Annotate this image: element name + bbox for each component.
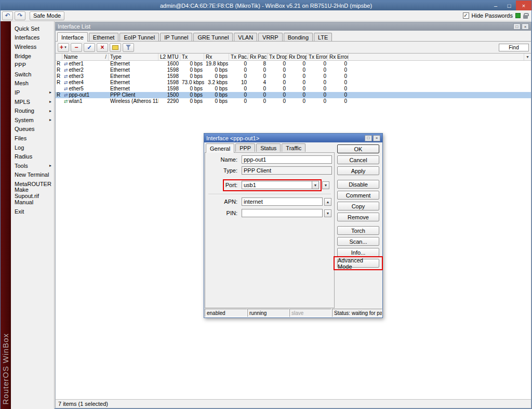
sidebar-item-ip[interactable]: IP▸ xyxy=(11,88,54,97)
tab-bonding[interactable]: Bonding xyxy=(284,33,313,41)
pin-down-button[interactable]: ▼ xyxy=(324,209,331,217)
copy-button[interactable]: Copy xyxy=(337,202,379,210)
port-select[interactable]: usb1 xyxy=(242,181,312,189)
dialog-maximize-button[interactable]: □ xyxy=(365,135,372,141)
remove-button[interactable]: Remove xyxy=(337,213,379,221)
info-button[interactable]: Info... xyxy=(337,248,379,257)
interface-dialog: Interface <ppp-out1> □ × General PPP Sta… xyxy=(204,133,383,318)
port-dropdown-button[interactable]: ▼ xyxy=(312,181,319,189)
safe-mode-button[interactable]: Safe Mode xyxy=(30,11,64,20)
column-header-name[interactable]: Name / xyxy=(62,54,109,60)
column-header-tx-errors[interactable]: Tx Errors xyxy=(307,54,328,60)
cell-type: Ethernet xyxy=(109,61,158,67)
sidebar-item-mesh[interactable]: Mesh xyxy=(11,79,54,88)
interface-name: ether1 xyxy=(69,61,84,67)
apn-up-button[interactable]: ▲ xyxy=(324,198,331,206)
routeros-winbox-brand: RouterOS WinBox xyxy=(1,333,10,405)
dialog-close-button[interactable]: × xyxy=(373,135,380,141)
cell-l2mtu: 1598 xyxy=(158,67,180,73)
disable-button[interactable]: × xyxy=(97,43,108,52)
comment-button[interactable]: Comment xyxy=(337,191,379,200)
tab-ethernet[interactable]: Ethernet xyxy=(89,33,119,41)
sidebar-item-radius[interactable]: Radius xyxy=(11,152,54,161)
apn-field[interactable]: internet xyxy=(242,197,323,206)
sidebar-item-files[interactable]: Files xyxy=(11,134,54,143)
hide-passwords-checkbox[interactable]: ✓ xyxy=(463,12,469,19)
column-header-tx[interactable]: Tx xyxy=(180,54,204,60)
sidebar-item-wireless[interactable]: Wireless xyxy=(11,42,54,51)
sidebar-item-quick-set[interactable]: Quick Set xyxy=(11,24,54,33)
cell-tx-drops: 0 xyxy=(268,86,287,92)
sidebar-item-switch[interactable]: Switch xyxy=(11,70,54,79)
torch-button[interactable]: Torch xyxy=(337,226,379,235)
table-row[interactable]: R ⇄ether1 Ethernet 1600 0 bps 19.8 kbps … xyxy=(56,61,531,67)
table-row[interactable]: ⇄ether5 Ethernet 1598 0 bps 0 bps 0 0 0 … xyxy=(56,86,531,92)
column-chooser-button[interactable]: ▼ xyxy=(524,54,531,60)
sidebar-item-log[interactable]: Log xyxy=(11,143,54,152)
sidebar-item-ppp[interactable]: PPP xyxy=(11,60,54,70)
sidebar-item-exit[interactable]: Exit xyxy=(11,207,54,216)
cell-rx: 0 bps xyxy=(204,98,229,104)
minimize-button[interactable]: – xyxy=(489,1,502,10)
tab-interface[interactable]: Interface xyxy=(57,32,88,42)
tab-vlan[interactable]: VLAN xyxy=(234,33,257,41)
interface-list-close-button[interactable]: × xyxy=(522,23,529,30)
advanced-mode-button[interactable]: Advanced Mode xyxy=(337,259,379,268)
sidebar-item-routing[interactable]: Routing▸ xyxy=(11,106,54,115)
sidebar-item-tools[interactable]: Tools▸ xyxy=(11,161,54,170)
name-field[interactable]: ppp-out1 xyxy=(242,155,332,164)
cancel-button[interactable]: Cancel xyxy=(337,155,379,164)
column-header-rx-pac[interactable]: Rx Pac... xyxy=(248,54,268,60)
sidebar-item-system[interactable]: System▸ xyxy=(11,115,54,125)
column-header-rx-errors[interactable]: Rx Errors xyxy=(328,54,349,60)
add-button[interactable]: + ▼ xyxy=(58,43,69,52)
table-row[interactable]: R ⇄ether2 Ethernet 1598 0 bps 0 bps 0 0 … xyxy=(56,67,531,73)
table-row-selected[interactable]: R ⇄ppp-out1 PPP Client 1500 0 bps 0 bps … xyxy=(56,92,531,98)
disable-button[interactable]: Disable xyxy=(337,180,379,189)
remove-button[interactable]: − xyxy=(71,43,82,52)
scan-button[interactable]: Scan... xyxy=(337,237,379,246)
find-button[interactable]: Find xyxy=(499,44,529,51)
status-bar: 7 items (1 selected) xyxy=(56,399,531,408)
maximize-button[interactable]: □ xyxy=(502,1,516,10)
column-header-tx-pac[interactable]: Tx Pac... xyxy=(229,54,248,60)
port-spinner-button[interactable]: ▼ xyxy=(322,181,329,189)
sidebar-item-queues[interactable]: Queues xyxy=(11,125,54,134)
cell-name: ⇄ether5 xyxy=(62,86,109,92)
filter-button[interactable] xyxy=(123,43,134,52)
apply-button[interactable]: Apply xyxy=(337,166,379,175)
column-header-type[interactable]: Type xyxy=(109,54,158,60)
sidebar-item-label: New Terminal xyxy=(15,171,49,178)
name-label: Name: xyxy=(204,155,240,164)
redo-button[interactable]: ↷ xyxy=(15,11,25,20)
comment-button[interactable] xyxy=(110,43,121,52)
tab-vrrp[interactable]: VRRP xyxy=(258,33,283,41)
dialog-tab-ppp[interactable]: PPP xyxy=(235,143,255,152)
tab-lte[interactable]: LTE xyxy=(314,33,332,41)
hide-passwords-label[interactable]: Hide Passwords xyxy=(472,12,513,19)
table-row[interactable]: R ⇄ether4 Ethernet 1598 73.0 kbps 3.2 kb… xyxy=(56,80,531,86)
sidebar-item-new-terminal[interactable]: New Terminal xyxy=(11,170,54,180)
tab-gre-tunnel[interactable]: GRE Tunnel xyxy=(193,33,233,41)
tab-eoip-tunnel[interactable]: EoIP Tunnel xyxy=(119,33,159,41)
enable-button[interactable]: ✓ xyxy=(84,43,95,52)
column-header-tx-drops[interactable]: Tx Drops xyxy=(268,54,287,60)
dialog-tab-status[interactable]: Status xyxy=(256,143,281,152)
sidebar-item-make-supout[interactable]: Make Supout.rif xyxy=(11,189,54,198)
table-row[interactable]: ⇄wlan1 Wireless (Atheros 11N) 2290 0 bps… xyxy=(56,98,531,104)
column-header-rx-drops[interactable]: Rx Drops xyxy=(287,54,307,60)
dialog-tab-general[interactable]: General xyxy=(206,143,234,153)
dialog-tab-traffic[interactable]: Traffic xyxy=(282,143,305,152)
pin-field[interactable] xyxy=(242,209,323,217)
close-button[interactable]: × xyxy=(516,1,531,10)
column-header-rx[interactable]: Rx xyxy=(204,54,229,60)
interface-list-maximize-button[interactable]: □ xyxy=(513,23,521,30)
column-header-l2mtu[interactable]: L2 MTU xyxy=(158,54,180,60)
sidebar-item-bridge[interactable]: Bridge xyxy=(11,51,54,61)
tab-ip-tunnel[interactable]: IP Tunnel xyxy=(160,33,192,41)
sidebar-item-interfaces[interactable]: Interfaces xyxy=(11,33,54,43)
ok-button[interactable]: OK xyxy=(337,144,379,153)
undo-button[interactable]: ↶ xyxy=(2,11,13,20)
sidebar-item-mpls[interactable]: MPLS▸ xyxy=(11,97,54,107)
table-row[interactable]: R ⇄ether3 Ethernet 1598 0 bps 0 bps 0 0 … xyxy=(56,73,531,80)
